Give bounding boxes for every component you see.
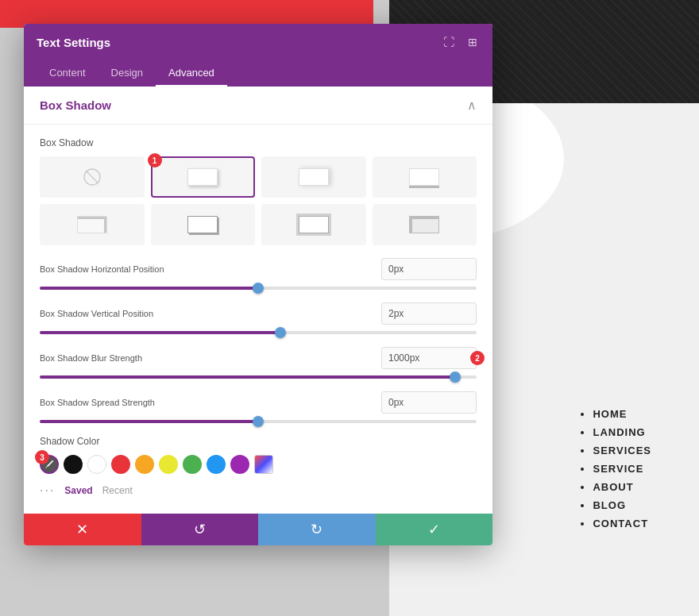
layout-icon[interactable]: ⊞ [465,35,480,49]
vertical-position-track[interactable] [40,331,477,334]
shadow-option-7[interactable] [373,204,477,245]
nav-item-landing: LANDING [593,423,651,441]
red-swatch[interactable] [111,455,130,474]
blur-strength-label: Box Shadow Blur Strength [40,353,142,363]
spread-strength-value-wrapper [381,391,477,414]
nav-list: HOME LANDING SERVICES SERVICE ABOUT BLOG… [577,405,651,533]
vertical-position-input[interactable] [381,302,477,325]
shadow-option-1[interactable]: 1 [151,156,256,198]
nav-item-home: HOME [593,405,651,423]
shadow-option-4[interactable] [40,204,145,245]
shadow-option-6[interactable] [261,204,366,245]
vertical-position-label: Box Shadow Vertical Position [40,309,153,318]
tab-design[interactable]: Design [98,60,156,87]
saved-label[interactable]: Saved [64,485,92,496]
shadow-style-grid: 1 [40,156,477,245]
modal-tabs: Content Design Advanced [24,60,492,87]
vertical-position-header: Box Shadow Vertical Position [40,302,477,325]
shadow-preview-3 [409,168,439,186]
shadow-option-none[interactable] [40,156,145,198]
shadow-preview-2 [299,168,329,186]
modal-body: Box Shadow ∧ Box Shadow [24,87,492,514]
recent-label[interactable]: Recent [102,485,133,496]
badge-1: 1 [148,153,162,167]
redo-button[interactable]: ↻ [258,514,376,545]
shadow-preview-7 [409,216,439,233]
horizontal-position-fill [40,287,258,290]
horizontal-position-input[interactable] [381,258,477,280]
tab-advanced[interactable]: Advanced [156,60,227,87]
shadow-preview-4 [77,216,107,233]
section-header: Box Shadow ∧ [24,87,492,125]
blur-strength-input[interactable] [381,347,477,369]
modal-footer: ✕ ↺ ↻ ✓ [24,514,492,545]
badge-3: 3 [35,450,49,464]
horizontal-position-row: Box Shadow Horizontal Position [40,258,477,290]
horizontal-position-header: Box Shadow Horizontal Position [40,258,477,280]
text-settings-modal: Text Settings ⛶ ⊞ Content Design Advance… [24,24,492,545]
black-swatch[interactable] [64,455,83,474]
spread-strength-row: Box Shadow Spread Strength [40,391,477,423]
blur-strength-thumb[interactable] [450,372,461,383]
shadow-preview-1 [187,168,218,186]
nav-item-contact: CONTACT [593,514,651,533]
spread-strength-thumb[interactable] [253,416,264,427]
custom-brush-swatch-wrapper: 3 [40,455,59,474]
box-shadow-label: Box Shadow [40,137,477,148]
shadow-option-5[interactable] [151,204,256,245]
white-swatch[interactable] [87,455,106,474]
spread-strength-label: Box Shadow Spread Strength [40,398,155,407]
blue-swatch[interactable] [207,455,226,474]
spread-strength-input[interactable] [381,391,477,414]
color-palette-row: 3 [40,455,477,474]
nav-item-service: SERVICE [593,460,651,478]
spread-strength-fill [40,420,258,423]
section-title: Box Shadow [40,98,111,112]
blur-strength-header: Box Shadow Blur Strength 2 [40,347,477,369]
confirm-button[interactable]: ✓ [376,514,493,545]
svg-line-1 [86,171,98,183]
horizontal-position-thumb[interactable] [253,283,264,294]
vertical-position-thumb[interactable] [275,327,286,338]
vertical-position-row: Box Shadow Vertical Position [40,302,477,334]
cancel-button[interactable]: ✕ [24,514,141,545]
blur-strength-fill [40,375,455,379]
tab-content[interactable]: Content [37,60,98,87]
horizontal-position-value-wrapper [381,258,477,280]
shadow-option-3[interactable] [373,156,477,198]
nav-item-about: ABOUT [593,478,651,496]
color-palette-meta: ··· Saved Recent [40,480,477,501]
shadow-option-2[interactable] [261,156,366,198]
vertical-position-value-wrapper [381,302,477,325]
more-options-button[interactable]: ··· [40,483,55,498]
shadow-preview-6 [299,216,329,233]
modal-title: Text Settings [37,36,110,49]
undo-button[interactable]: ↺ [141,514,259,545]
expand-icon[interactable]: ⛶ [442,35,456,49]
horizontal-position-label: Box Shadow Horizontal Position [40,264,164,274]
purple-swatch[interactable] [230,455,249,474]
collapse-button[interactable]: ∧ [467,98,477,113]
vertical-position-fill [40,331,280,334]
blur-strength-row: Box Shadow Blur Strength 2 [40,347,477,379]
blur-strength-track[interactable] [40,375,477,379]
spread-strength-track[interactable] [40,420,477,423]
section-content: Box Shadow 1 [24,125,492,514]
shadow-preview-5 [187,216,218,233]
shadow-color-label: Shadow Color [40,436,477,447]
yellow-swatch[interactable] [159,455,178,474]
nav-item-blog: BLOG [593,496,651,514]
pencil-swatch[interactable] [254,455,273,474]
horizontal-position-track[interactable] [40,287,477,290]
modal-header-icons: ⛶ ⊞ [442,35,480,49]
spread-strength-header: Box Shadow Spread Strength [40,391,477,414]
nav-item-services: SERVICES [593,441,651,460]
badge-2: 2 [470,351,485,365]
green-swatch[interactable] [183,455,202,474]
modal-header: Text Settings ⛶ ⊞ [24,24,492,60]
orange-swatch[interactable] [135,455,154,474]
blur-strength-value-wrapper: 2 [381,347,477,369]
